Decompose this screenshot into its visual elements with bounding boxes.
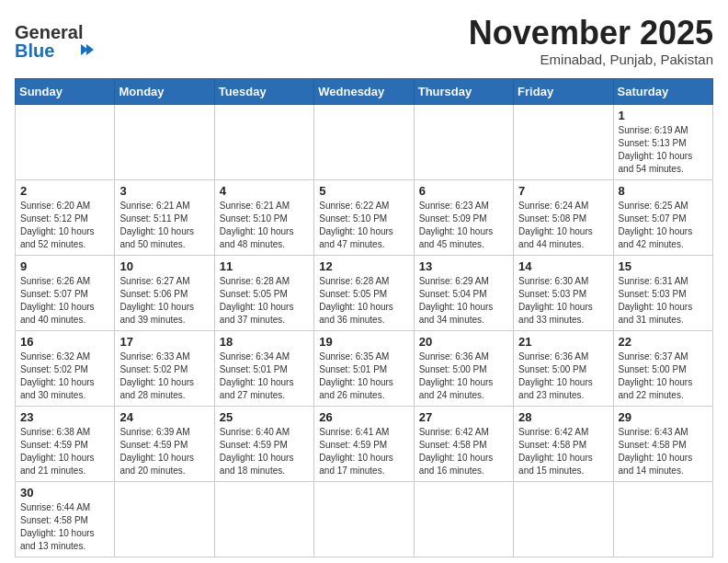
day-info: Sunrise: 6:29 AM Sunset: 5:04 PM Dayligh…	[419, 275, 508, 327]
calendar-cell	[314, 481, 414, 557]
day-number: 23	[20, 410, 109, 424]
calendar-cell: 17Sunrise: 6:33 AM Sunset: 5:02 PM Dayli…	[115, 330, 214, 406]
week-row-1: 1Sunrise: 6:19 AM Sunset: 5:13 PM Daylig…	[16, 104, 713, 179]
svg-text:Blue: Blue	[15, 40, 54, 61]
calendar-cell: 23Sunrise: 6:38 AM Sunset: 4:59 PM Dayli…	[16, 406, 115, 481]
day-info: Sunrise: 6:20 AM Sunset: 5:12 PM Dayligh…	[20, 200, 109, 251]
month-title: November 2025	[469, 15, 713, 52]
day-info: Sunrise: 6:27 AM Sunset: 5:06 PM Dayligh…	[119, 275, 209, 327]
day-number: 10	[119, 259, 209, 273]
day-number: 11	[220, 259, 309, 273]
day-number: 24	[119, 410, 209, 424]
weekday-header-friday: Friday	[514, 78, 613, 104]
calendar-cell	[414, 104, 513, 179]
day-info: Sunrise: 6:41 AM Sunset: 4:59 PM Dayligh…	[319, 426, 408, 477]
day-info: Sunrise: 6:42 AM Sunset: 4:58 PM Dayligh…	[419, 426, 508, 477]
calendar-cell: 9Sunrise: 6:26 AM Sunset: 5:07 PM Daylig…	[16, 255, 115, 330]
calendar-cell: 28Sunrise: 6:42 AM Sunset: 4:58 PM Dayli…	[514, 406, 613, 481]
day-info: Sunrise: 6:39 AM Sunset: 4:59 PM Dayligh…	[119, 426, 209, 477]
day-number: 16	[20, 335, 109, 349]
calendar-cell: 3Sunrise: 6:21 AM Sunset: 5:11 PM Daylig…	[115, 179, 214, 255]
weekday-header-saturday: Saturday	[613, 78, 712, 104]
week-row-3: 9Sunrise: 6:26 AM Sunset: 5:07 PM Daylig…	[16, 255, 713, 330]
day-info: Sunrise: 6:31 AM Sunset: 5:03 PM Dayligh…	[619, 275, 708, 327]
day-number: 5	[319, 184, 408, 198]
day-number: 4	[220, 184, 309, 198]
day-number: 22	[619, 335, 708, 349]
day-number: 20	[419, 335, 508, 349]
day-number: 19	[319, 335, 408, 349]
day-info: Sunrise: 6:26 AM Sunset: 5:07 PM Dayligh…	[20, 275, 109, 327]
day-number: 29	[619, 410, 708, 424]
weekday-header-wednesday: Wednesday	[314, 78, 414, 104]
day-number: 6	[419, 184, 508, 198]
calendar-cell: 16Sunrise: 6:32 AM Sunset: 5:02 PM Dayli…	[16, 330, 115, 406]
calendar-cell: 12Sunrise: 6:28 AM Sunset: 5:05 PM Dayli…	[314, 255, 414, 330]
day-number: 21	[518, 335, 608, 349]
logo: General Blue	[15, 15, 97, 65]
day-number: 14	[518, 259, 608, 273]
svg-marker-3	[86, 44, 94, 55]
calendar-cell	[314, 104, 414, 179]
calendar-cell	[514, 104, 613, 179]
calendar-cell: 13Sunrise: 6:29 AM Sunset: 5:04 PM Dayli…	[414, 255, 513, 330]
day-number: 30	[20, 486, 109, 500]
calendar-cell: 1Sunrise: 6:19 AM Sunset: 5:13 PM Daylig…	[613, 104, 712, 179]
calendar-cell: 22Sunrise: 6:37 AM Sunset: 5:00 PM Dayli…	[613, 330, 712, 406]
calendar-cell	[613, 481, 712, 557]
calendar-cell: 27Sunrise: 6:42 AM Sunset: 4:58 PM Dayli…	[414, 406, 513, 481]
calendar-cell: 11Sunrise: 6:28 AM Sunset: 5:05 PM Dayli…	[214, 255, 313, 330]
calendar-cell: 6Sunrise: 6:23 AM Sunset: 5:09 PM Daylig…	[414, 179, 513, 255]
day-number: 7	[518, 184, 608, 198]
day-info: Sunrise: 6:34 AM Sunset: 5:01 PM Dayligh…	[220, 350, 309, 402]
calendar-cell: 10Sunrise: 6:27 AM Sunset: 5:06 PM Dayli…	[115, 255, 214, 330]
day-number: 12	[319, 259, 408, 273]
day-number: 17	[119, 335, 209, 349]
weekday-header-tuesday: Tuesday	[214, 78, 313, 104]
calendar-cell: 26Sunrise: 6:41 AM Sunset: 4:59 PM Dayli…	[314, 406, 414, 481]
calendar-cell	[414, 481, 513, 557]
calendar-cell: 24Sunrise: 6:39 AM Sunset: 4:59 PM Dayli…	[115, 406, 214, 481]
calendar-cell	[214, 104, 313, 179]
day-info: Sunrise: 6:44 AM Sunset: 4:58 PM Dayligh…	[20, 501, 109, 553]
day-info: Sunrise: 6:36 AM Sunset: 5:00 PM Dayligh…	[419, 350, 508, 402]
svg-text:General: General	[15, 22, 83, 42]
location: Eminabad, Punjab, Pakistan	[469, 52, 713, 67]
day-info: Sunrise: 6:24 AM Sunset: 5:08 PM Dayligh…	[518, 200, 608, 251]
calendar-cell	[16, 104, 115, 179]
day-info: Sunrise: 6:37 AM Sunset: 5:00 PM Dayligh…	[619, 350, 708, 402]
week-row-6: 30Sunrise: 6:44 AM Sunset: 4:58 PM Dayli…	[16, 481, 713, 557]
day-info: Sunrise: 6:30 AM Sunset: 5:03 PM Dayligh…	[518, 275, 608, 327]
day-info: Sunrise: 6:42 AM Sunset: 4:58 PM Dayligh…	[518, 426, 608, 477]
calendar-cell	[115, 104, 214, 179]
day-info: Sunrise: 6:36 AM Sunset: 5:00 PM Dayligh…	[518, 350, 608, 402]
week-row-5: 23Sunrise: 6:38 AM Sunset: 4:59 PM Dayli…	[16, 406, 713, 481]
calendar-cell: 15Sunrise: 6:31 AM Sunset: 5:03 PM Dayli…	[613, 255, 712, 330]
calendar-cell: 18Sunrise: 6:34 AM Sunset: 5:01 PM Dayli…	[214, 330, 313, 406]
calendar-cell	[514, 481, 613, 557]
day-number: 15	[619, 259, 708, 273]
day-info: Sunrise: 6:25 AM Sunset: 5:07 PM Dayligh…	[619, 200, 708, 251]
day-number: 28	[518, 410, 608, 424]
day-number: 1	[619, 109, 708, 122]
day-number: 13	[419, 259, 508, 273]
day-number: 26	[319, 410, 408, 424]
day-info: Sunrise: 6:38 AM Sunset: 4:59 PM Dayligh…	[20, 426, 109, 477]
day-number: 8	[619, 184, 708, 198]
day-info: Sunrise: 6:23 AM Sunset: 5:09 PM Dayligh…	[419, 200, 508, 251]
day-info: Sunrise: 6:32 AM Sunset: 5:02 PM Dayligh…	[20, 350, 109, 402]
calendar-cell: 8Sunrise: 6:25 AM Sunset: 5:07 PM Daylig…	[613, 179, 712, 255]
day-info: Sunrise: 6:35 AM Sunset: 5:01 PM Dayligh…	[319, 350, 408, 402]
day-number: 2	[20, 184, 109, 198]
day-info: Sunrise: 6:43 AM Sunset: 4:58 PM Dayligh…	[619, 426, 708, 477]
weekday-header-row: SundayMondayTuesdayWednesdayThursdayFrid…	[16, 78, 713, 104]
calendar-cell: 4Sunrise: 6:21 AM Sunset: 5:10 PM Daylig…	[214, 179, 313, 255]
weekday-header-thursday: Thursday	[414, 78, 513, 104]
header: General Blue November 2025 Eminabad, Pun…	[15, 15, 713, 67]
calendar-table: SundayMondayTuesdayWednesdayThursdayFrid…	[15, 78, 713, 557]
calendar-cell: 14Sunrise: 6:30 AM Sunset: 5:03 PM Dayli…	[514, 255, 613, 330]
week-row-2: 2Sunrise: 6:20 AM Sunset: 5:12 PM Daylig…	[16, 179, 713, 255]
day-number: 25	[220, 410, 309, 424]
calendar-cell: 2Sunrise: 6:20 AM Sunset: 5:12 PM Daylig…	[16, 179, 115, 255]
calendar-cell: 20Sunrise: 6:36 AM Sunset: 5:00 PM Dayli…	[414, 330, 513, 406]
